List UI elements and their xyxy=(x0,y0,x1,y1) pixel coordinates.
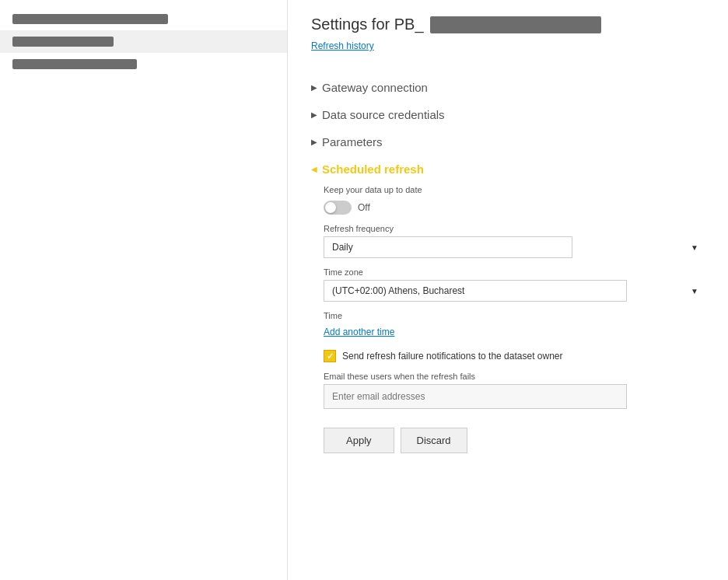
parameters-title: Parameters xyxy=(322,135,383,148)
refresh-frequency-select[interactable]: Daily Weekly xyxy=(324,236,572,258)
refresh-frequency-label: Refresh frequency xyxy=(324,224,705,233)
data-source-title: Data source credentials xyxy=(322,108,445,121)
scheduled-refresh-header[interactable]: ◀ Scheduled refresh xyxy=(311,162,705,176)
checkmark-icon: ✓ xyxy=(327,351,334,362)
sidebar-item-2[interactable] xyxy=(0,30,287,53)
page-title: Settings for PB_ xyxy=(311,16,705,33)
toggle-knob xyxy=(325,202,336,213)
add-another-time-link[interactable]: Add another time xyxy=(324,327,394,337)
data-source-credentials-header[interactable]: ▶ Data source credentials xyxy=(311,108,705,121)
parameters-header[interactable]: ▶ Parameters xyxy=(311,135,705,148)
time-label: Time xyxy=(324,311,705,320)
refresh-history-link[interactable]: Refresh history xyxy=(311,40,374,51)
parameters-arrow: ▶ xyxy=(311,138,317,146)
sidebar-item-1-text xyxy=(12,14,168,24)
toggle-row: Off xyxy=(324,201,705,215)
button-row: Apply Discard xyxy=(324,428,705,453)
email-input[interactable] xyxy=(324,384,627,409)
main-content: Settings for PB_ Refresh history ▶ Gatew… xyxy=(288,0,728,580)
time-zone-arrow-icon: ▼ xyxy=(691,287,698,295)
toggle-switch[interactable] xyxy=(324,201,352,215)
sidebar-item-1[interactable] xyxy=(0,8,287,30)
page-title-redacted xyxy=(430,16,601,33)
refresh-frequency-arrow-icon: ▼ xyxy=(691,243,698,252)
gateway-connection-header[interactable]: ▶ Gateway connection xyxy=(311,81,705,94)
sidebar-item-3[interactable] xyxy=(0,53,287,75)
data-source-arrow: ▶ xyxy=(311,110,317,119)
sidebar-item-2-text xyxy=(12,37,114,47)
send-notification-checkbox[interactable]: ✓ xyxy=(324,350,336,362)
keep-data-label: Keep your data up to date xyxy=(324,185,705,194)
discard-button[interactable]: Discard xyxy=(401,428,467,453)
page-title-text: Settings for PB_ xyxy=(311,16,424,33)
time-zone-label: Time zone xyxy=(324,267,705,277)
scheduled-refresh-title: Scheduled refresh xyxy=(322,162,424,176)
gateway-connection-title: Gateway connection xyxy=(322,81,428,94)
checkbox-row: ✓ Send refresh failure notifications to … xyxy=(324,350,705,362)
email-field-label: Email these users when the refresh fails xyxy=(324,372,705,381)
time-zone-select[interactable]: (UTC+02:00) Athens, Bucharest xyxy=(324,280,627,302)
scheduled-refresh-arrow: ◀ xyxy=(311,165,317,173)
gateway-connection-arrow: ▶ xyxy=(311,83,317,92)
apply-button[interactable]: Apply xyxy=(324,428,394,453)
time-zone-wrapper: (UTC+02:00) Athens, Bucharest ▼ xyxy=(324,280,705,302)
sidebar xyxy=(0,0,288,580)
sidebar-item-3-text xyxy=(12,59,137,69)
scheduled-refresh-content: Keep your data up to date Off Refresh fr… xyxy=(311,185,705,453)
toggle-off-label: Off xyxy=(358,202,370,213)
send-notification-label: Send refresh failure notifications to th… xyxy=(342,351,563,362)
refresh-frequency-wrapper: Daily Weekly ▼ xyxy=(324,236,705,258)
